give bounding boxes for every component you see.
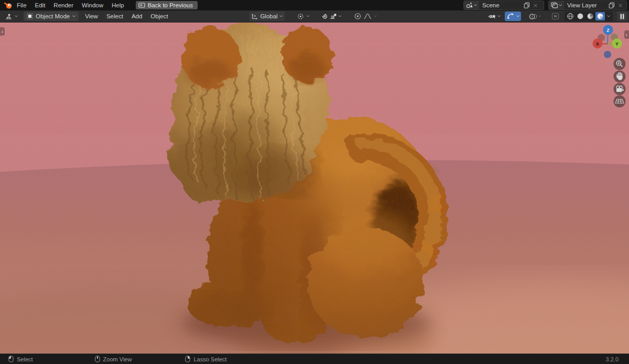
snap-target-icon[interactable]: [330, 13, 338, 20]
close-icon: [618, 3, 623, 8]
topbar: File Edit Render Window Help Back to Pre…: [0, 0, 629, 10]
menu-add[interactable]: Add: [127, 10, 146, 22]
mouse-left-icon: [8, 356, 14, 362]
scene-icon: [466, 2, 473, 8]
toolbar-expand-arrow[interactable]: ›: [0, 27, 5, 36]
transform-orientation-label: Global: [260, 13, 277, 19]
chevron-down-icon[interactable]: [516, 15, 519, 17]
mode-dropdown[interactable]: Object Mode: [24, 12, 79, 21]
view-layer-browse-button[interactable]: [549, 1, 564, 9]
object-mode-icon: [27, 13, 33, 19]
object-types-visibility-dropdown[interactable]: [485, 12, 503, 21]
viewport-3d[interactable]: Z X Y: [0, 22, 629, 354]
view-layer-selector: View Layer: [548, 1, 627, 10]
statusbar-hint-lasso-select: Lasso Select: [185, 356, 226, 362]
scene-new-button[interactable]: [522, 2, 532, 8]
back-to-previous-label: Back to Previous: [148, 2, 193, 8]
orthographic-toggle-button[interactable]: [614, 95, 626, 107]
view-layer-new-button[interactable]: [607, 2, 616, 8]
pan-hand-button[interactable]: [614, 71, 626, 83]
view-layer-name[interactable]: View Layer: [564, 2, 607, 8]
statusbar: Select Zoom View Lasso Select 3.2.0: [0, 354, 629, 364]
menu-edit[interactable]: Edit: [31, 0, 50, 10]
pivot-point-icon: [297, 13, 305, 20]
zoom-button[interactable]: [614, 58, 626, 70]
view-layer-remove-button[interactable]: [616, 3, 624, 8]
chevron-down-icon[interactable]: [607, 15, 610, 17]
pause-render-button[interactable]: [617, 12, 627, 21]
mouse-right-icon: [185, 356, 190, 362]
shading-wireframe-button[interactable]: [566, 12, 575, 20]
mode-label: Object Mode: [36, 13, 70, 19]
chevron-down-icon[interactable]: [339, 15, 342, 17]
editor-type-button[interactable]: [2, 12, 20, 21]
menu-view[interactable]: View: [81, 10, 102, 22]
menu-select[interactable]: Select: [102, 10, 127, 22]
mouse-middle-icon: [95, 356, 100, 362]
proportional-edit-icon[interactable]: [354, 13, 362, 20]
viewport-header-right: [485, 10, 627, 22]
shading-mode-group: [565, 12, 613, 21]
chevron-down-icon: [559, 4, 562, 6]
blender-logo-icon[interactable]: [4, 2, 13, 9]
statusbar-hint-select: Select: [8, 356, 33, 362]
hint-label: Zoom View: [103, 356, 132, 362]
viewport-header: Object Mode View Select Add Object Globa…: [0, 10, 629, 23]
hint-label: Lasso Select: [193, 356, 226, 362]
chevron-down-icon: [15, 15, 18, 17]
transform-orientation-dropdown[interactable]: Global: [249, 12, 285, 21]
back-to-previous-button[interactable]: Back to Previous: [136, 1, 198, 9]
object-types-visibility-icon: [488, 13, 496, 20]
menu-file[interactable]: File: [13, 0, 31, 10]
viewport-header-center: Global: [249, 10, 379, 22]
chevron-down-icon: [474, 4, 477, 6]
overlays-toggle-group: [526, 12, 544, 21]
camera-view-button[interactable]: [614, 83, 626, 95]
blender-logo-glyph: [4, 2, 13, 9]
scene-name[interactable]: Scene: [479, 2, 522, 8]
view-layer-icon: [551, 2, 558, 8]
xray-toggle-icon[interactable]: [551, 13, 559, 20]
transform-orientation-icon: [251, 13, 258, 19]
chevron-down-icon: [497, 15, 501, 17]
shading-solid-button[interactable]: [576, 12, 585, 20]
pivot-point-dropdown[interactable]: [295, 12, 312, 21]
menu-help[interactable]: Help: [107, 0, 128, 10]
shading-material-button[interactable]: [585, 12, 595, 20]
back-icon: [138, 3, 145, 8]
axis-z-label: Z: [606, 28, 610, 33]
overlays-toggle-icon[interactable]: [529, 13, 537, 20]
chevron-down-icon: [307, 15, 310, 17]
falloff-curve-icon[interactable]: [364, 13, 372, 19]
scene-selector: Scene: [463, 1, 544, 10]
pause-icon: [620, 14, 624, 19]
blender-version: 3.2.0: [606, 356, 619, 362]
sidebar-expand-arrow[interactable]: ‹: [624, 30, 629, 39]
gizmo-toggle-icon[interactable]: [506, 13, 514, 20]
scene-unlink-button[interactable]: [532, 3, 539, 8]
chevron-down-icon[interactable]: [538, 15, 541, 17]
scene-browse-button[interactable]: [464, 1, 479, 9]
proportional-edit-group: [352, 12, 380, 21]
shading-solid-icon: [577, 13, 584, 20]
menu-render[interactable]: Render: [49, 0, 78, 10]
hint-label: Select: [17, 356, 33, 362]
chevron-down-icon: [72, 15, 75, 17]
shading-material-icon: [587, 13, 594, 20]
shading-wireframe-icon: [567, 13, 574, 20]
topbar-right: Scene: [463, 1, 627, 10]
snap-magnet-icon[interactable]: [321, 13, 329, 20]
chevron-down-icon: [280, 15, 283, 17]
shading-rendered-button[interactable]: [595, 12, 605, 20]
duplicate-icon: [609, 2, 615, 8]
duplicate-icon: [524, 2, 530, 8]
close-icon: [533, 3, 538, 8]
snap-group: [319, 12, 344, 21]
statusbar-hint-zoom-view: Zoom View: [95, 356, 132, 362]
menu-object[interactable]: Object: [146, 10, 172, 22]
menu-window[interactable]: Window: [78, 0, 107, 10]
axis-neg-z-ball[interactable]: [604, 51, 611, 58]
editor-type-icon: [5, 13, 13, 20]
chevron-down-icon[interactable]: [374, 15, 377, 17]
axis-x-label: X: [596, 41, 599, 47]
